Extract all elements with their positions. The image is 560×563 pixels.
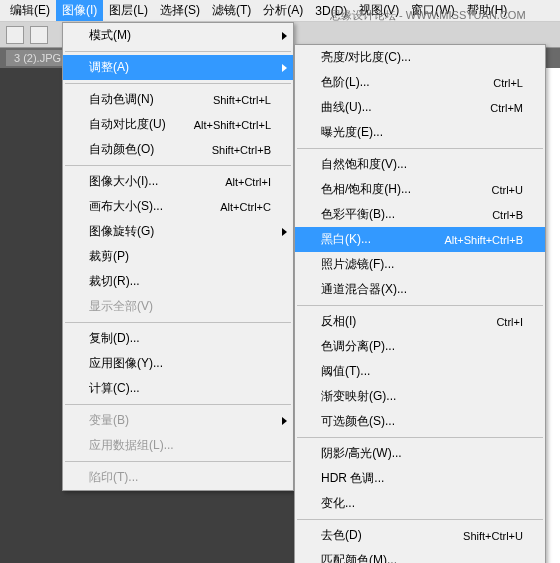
menu-item-label: 亮度/对比度(C)... <box>321 49 411 66</box>
adjust-menu-item[interactable]: 渐变映射(G)... <box>295 384 545 409</box>
menu-item-label: 复制(D)... <box>89 330 140 347</box>
menu-item-label: 裁剪(P) <box>89 248 129 265</box>
image-menu-item[interactable]: 调整(A) <box>63 55 293 80</box>
menu-separator <box>65 322 291 323</box>
adjust-menu-item[interactable]: 色相/饱和度(H)...Ctrl+U <box>295 177 545 202</box>
menu-item-label: 应用数据组(L)... <box>89 437 174 454</box>
document-tab[interactable]: 3 (2).JPG <box>6 50 69 66</box>
menu-item-label: 色阶(L)... <box>321 74 370 91</box>
adjust-menu-item[interactable]: 色彩平衡(B)...Ctrl+B <box>295 202 545 227</box>
image-menu-item: 变量(B) <box>63 408 293 433</box>
adjust-menu-item[interactable]: 变化... <box>295 491 545 516</box>
image-menu-item[interactable]: 自动对比度(U)Alt+Shift+Ctrl+L <box>63 112 293 137</box>
menu-item-shortcut: Ctrl+U <box>492 184 523 196</box>
menu-item-label: 去色(D) <box>321 527 362 544</box>
menu-item-label: 自然饱和度(V)... <box>321 156 407 173</box>
image-menu-item[interactable]: 模式(M) <box>63 23 293 48</box>
menu-item-label: 图像旋转(G) <box>89 223 154 240</box>
menu-separator <box>65 165 291 166</box>
menu-item-label: 渐变映射(G)... <box>321 388 396 405</box>
image-menu-item[interactable]: 应用图像(Y)... <box>63 351 293 376</box>
menu-item-label: 模式(M) <box>89 27 131 44</box>
menu-item-label: 调整(A) <box>89 59 129 76</box>
menu-item-label: 照片滤镜(F)... <box>321 256 394 273</box>
menubar-item[interactable]: 编辑(E) <box>4 0 56 21</box>
image-menu-item[interactable]: 复制(D)... <box>63 326 293 351</box>
menu-item-shortcut: Ctrl+L <box>493 77 523 89</box>
menu-item-label: 通道混合器(X)... <box>321 281 407 298</box>
menu-item-shortcut: Ctrl+M <box>490 102 523 114</box>
image-menu-item[interactable]: 图像大小(I)...Alt+Ctrl+I <box>63 169 293 194</box>
tool-button[interactable] <box>30 26 48 44</box>
menubar-item[interactable]: 分析(A) <box>257 0 309 21</box>
menu-item-label: 阈值(T)... <box>321 363 370 380</box>
menu-item-shortcut: Alt+Ctrl+C <box>220 201 271 213</box>
menu-item-label: 色彩平衡(B)... <box>321 206 395 223</box>
menubar-item[interactable]: 图像(I) <box>56 0 103 21</box>
menubar-item[interactable]: 图层(L) <box>103 0 154 21</box>
menu-separator <box>297 519 543 520</box>
image-menu-item[interactable]: 自动颜色(O)Shift+Ctrl+B <box>63 137 293 162</box>
menu-item-shortcut: Ctrl+I <box>496 316 523 328</box>
adjust-menu-item[interactable]: 反相(I)Ctrl+I <box>295 309 545 334</box>
menu-item-label: 变化... <box>321 495 355 512</box>
menu-separator <box>65 404 291 405</box>
adjust-menu-item[interactable]: HDR 色调... <box>295 466 545 491</box>
adjust-menu-item[interactable]: 匹配颜色(M)... <box>295 548 545 563</box>
menu-separator <box>65 461 291 462</box>
adjust-menu-item[interactable]: 色调分离(P)... <box>295 334 545 359</box>
menu-item-shortcut: Shift+Ctrl+U <box>463 530 523 542</box>
menu-item-shortcut: Alt+Ctrl+I <box>225 176 271 188</box>
adjust-menu-item[interactable]: 照片滤镜(F)... <box>295 252 545 277</box>
menu-item-label: 陷印(T)... <box>89 469 138 486</box>
menu-item-label: 计算(C)... <box>89 380 140 397</box>
menubar-item[interactable]: 选择(S) <box>154 0 206 21</box>
menu-item-label: 应用图像(Y)... <box>89 355 163 372</box>
image-menu-item: 显示全部(V) <box>63 294 293 319</box>
menu-separator <box>297 305 543 306</box>
adjust-menu-item[interactable]: 色阶(L)...Ctrl+L <box>295 70 545 95</box>
menu-item-label: 反相(I) <box>321 313 356 330</box>
menu-item-label: 黑白(K)... <box>321 231 371 248</box>
watermark-text: 思缘设计论坛 - WWW.MISSYUAN.COM <box>330 8 526 23</box>
image-menu-item: 陷印(T)... <box>63 465 293 490</box>
adjust-menu-item[interactable]: 曲线(U)...Ctrl+M <box>295 95 545 120</box>
menu-item-label: 图像大小(I)... <box>89 173 158 190</box>
menu-item-label: 自动对比度(U) <box>89 116 166 133</box>
image-menu-item[interactable]: 裁剪(P) <box>63 244 293 269</box>
menu-separator <box>297 148 543 149</box>
image-menu-item[interactable]: 自动色调(N)Shift+Ctrl+L <box>63 87 293 112</box>
tool-button[interactable] <box>6 26 24 44</box>
adjust-menu-item[interactable]: 阈值(T)... <box>295 359 545 384</box>
image-menu-item[interactable]: 计算(C)... <box>63 376 293 401</box>
adjust-menu-item[interactable]: 通道混合器(X)... <box>295 277 545 302</box>
adjust-menu-item[interactable]: 自然饱和度(V)... <box>295 152 545 177</box>
menu-item-shortcut: Alt+Shift+Ctrl+L <box>194 119 271 131</box>
menu-item-label: 阴影/高光(W)... <box>321 445 402 462</box>
menu-item-label: 变量(B) <box>89 412 129 429</box>
image-menu-item[interactable]: 画布大小(S)...Alt+Ctrl+C <box>63 194 293 219</box>
submenu-arrow-icon <box>282 32 287 40</box>
menu-item-shortcut: Shift+Ctrl+L <box>213 94 271 106</box>
adjust-menu-item[interactable]: 亮度/对比度(C)... <box>295 45 545 70</box>
menu-item-label: 色相/饱和度(H)... <box>321 181 411 198</box>
submenu-arrow-icon <box>282 228 287 236</box>
menu-item-shortcut: Alt+Shift+Ctrl+B <box>444 234 523 246</box>
menu-item-label: 曝光度(E)... <box>321 124 383 141</box>
adjust-menu-item[interactable]: 可选颜色(S)... <box>295 409 545 434</box>
menu-item-label: 画布大小(S)... <box>89 198 163 215</box>
image-menu-dropdown: 模式(M)调整(A)自动色调(N)Shift+Ctrl+L自动对比度(U)Alt… <box>62 22 294 491</box>
image-menu-item: 应用数据组(L)... <box>63 433 293 458</box>
adjust-menu-item[interactable]: 曝光度(E)... <box>295 120 545 145</box>
menu-item-label: 曲线(U)... <box>321 99 372 116</box>
menu-item-label: 可选颜色(S)... <box>321 413 395 430</box>
adjust-menu-item[interactable]: 黑白(K)...Alt+Shift+Ctrl+B <box>295 227 545 252</box>
adjust-menu-item[interactable]: 去色(D)Shift+Ctrl+U <box>295 523 545 548</box>
menu-item-label: HDR 色调... <box>321 470 384 487</box>
adjust-menu-item[interactable]: 阴影/高光(W)... <box>295 441 545 466</box>
image-menu-item[interactable]: 图像旋转(G) <box>63 219 293 244</box>
image-menu-item[interactable]: 裁切(R)... <box>63 269 293 294</box>
menu-separator <box>297 437 543 438</box>
menubar-item[interactable]: 滤镜(T) <box>206 0 257 21</box>
menu-item-label: 裁切(R)... <box>89 273 140 290</box>
